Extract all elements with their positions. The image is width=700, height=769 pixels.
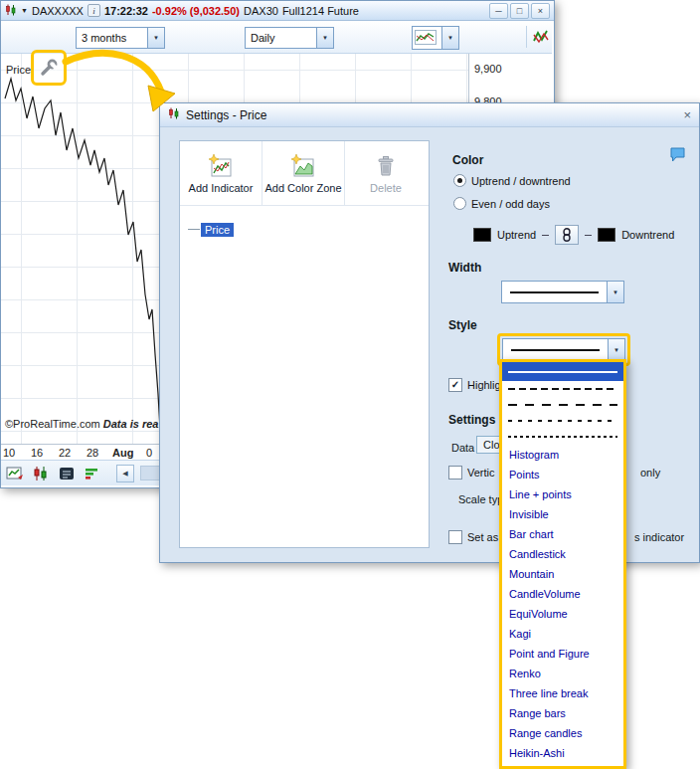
candlestick-icon bbox=[5, 4, 17, 18]
style-select[interactable]: ▼ bbox=[502, 338, 625, 361]
style-option[interactable]: Bar chart bbox=[502, 524, 623, 544]
range-select[interactable]: 3 months ▼ bbox=[76, 27, 165, 49]
x-axis-label: 28 bbox=[87, 447, 98, 459]
close-button[interactable]: × bbox=[531, 3, 550, 19]
contract-label: Full1214 Future bbox=[282, 5, 359, 17]
style-option[interactable]: Three line break bbox=[502, 683, 623, 703]
data-label: Data bbox=[451, 442, 474, 454]
scroll-left-button[interactable]: ◀ bbox=[116, 465, 134, 482]
window-controls: ─ □ × bbox=[489, 3, 550, 19]
settings-heading: Settings bbox=[448, 413, 495, 427]
delete-button[interactable]: Delete bbox=[344, 141, 427, 205]
trend-color-row: Uptrend Downtrend bbox=[473, 225, 674, 245]
indicator-tool-icon[interactable] bbox=[532, 28, 550, 48]
uptrend-color-swatch[interactable] bbox=[473, 228, 491, 242]
ranking-bars-icon[interactable] bbox=[83, 465, 102, 482]
chevron-down-icon[interactable]: ▼ bbox=[607, 282, 623, 302]
vertical-checkbox[interactable] bbox=[448, 466, 462, 480]
price-series-label: Price bbox=[6, 64, 31, 76]
style-option[interactable]: Point and Figure bbox=[502, 644, 623, 664]
style-option[interactable]: Mountain bbox=[502, 564, 623, 584]
set-as-label: Set as bbox=[467, 531, 498, 543]
settings-dialog-titlebar[interactable]: Settings - Price × bbox=[160, 103, 699, 127]
style-line-preview bbox=[511, 349, 600, 351]
chart-toolbar: 3 months ▼ Daily ▼ ▼ bbox=[1, 21, 552, 54]
style-option-line-dash-a[interactable] bbox=[502, 381, 623, 397]
trash-icon bbox=[373, 153, 399, 179]
vertical-label: Vertic bbox=[467, 467, 495, 479]
trading-screen-icon[interactable] bbox=[5, 465, 25, 482]
timeframe-select[interactable]: Daily ▼ bbox=[245, 27, 334, 49]
width-select[interactable]: ▼ bbox=[501, 281, 624, 303]
style-option[interactable]: Range bars bbox=[502, 703, 623, 723]
only-label: only bbox=[640, 467, 660, 479]
maximize-button[interactable]: □ bbox=[510, 3, 529, 19]
indicator-list-panel: Add Indicator Add Color Zone bbox=[179, 140, 430, 548]
symbol-menu-icon[interactable]: ▼ bbox=[21, 7, 28, 14]
chart-type-button[interactable]: ▼ bbox=[412, 26, 459, 50]
timeframe-value: Daily bbox=[246, 32, 316, 44]
radio-label: Even / odd days bbox=[471, 198, 550, 210]
add-indicator-label: Add Indicator bbox=[189, 182, 254, 194]
price-tree: Price bbox=[180, 206, 429, 237]
downtrend-color-swatch[interactable] bbox=[598, 228, 615, 242]
range-value: 3 months bbox=[77, 32, 147, 44]
add-indicator-button[interactable]: Add Indicator bbox=[180, 141, 262, 205]
chevron-down-icon[interactable]: ▼ bbox=[147, 28, 164, 48]
style-option[interactable]: Renko bbox=[502, 664, 623, 683]
chain-link-icon bbox=[562, 228, 572, 242]
vertical-checkbox-row[interactable]: Vertic bbox=[448, 466, 495, 480]
highlight-checkbox-row[interactable]: ✓ Highligh bbox=[448, 378, 507, 392]
style-option[interactable]: Histogram bbox=[502, 445, 623, 465]
style-option[interactable]: Range candles bbox=[502, 723, 623, 743]
radio-button[interactable] bbox=[453, 174, 466, 187]
style-option[interactable]: Kagi bbox=[502, 624, 623, 644]
line-style-preview bbox=[508, 371, 617, 373]
indicator-panel-toolbar: Add Indicator Add Color Zone bbox=[180, 141, 429, 206]
style-option-line-dash-c[interactable] bbox=[502, 413, 623, 429]
style-option-line-dash-d[interactable] bbox=[502, 429, 623, 445]
delete-label: Delete bbox=[370, 182, 402, 194]
style-dropdown: HistogramPointsLine + pointsInvisibleBar… bbox=[499, 359, 626, 769]
style-option[interactable]: Points bbox=[502, 465, 623, 484]
clock-time: 17:22:32 bbox=[104, 5, 148, 17]
style-option[interactable]: Invisible bbox=[502, 504, 623, 524]
style-option[interactable]: CandleVolume bbox=[502, 584, 623, 604]
chevron-down-icon[interactable]: ▼ bbox=[316, 28, 333, 48]
comment-icon[interactable] bbox=[669, 146, 686, 164]
set-as-default-checkbox[interactable] bbox=[448, 530, 462, 544]
style-option[interactable]: Line + points bbox=[502, 484, 623, 504]
radio-label: Uptrend / downtrend bbox=[471, 175, 571, 187]
wrench-icon[interactable] bbox=[39, 58, 59, 78]
x-axis-label: 0 bbox=[146, 447, 152, 459]
width-line-preview bbox=[510, 291, 599, 293]
x-axis-label: 10 bbox=[3, 447, 15, 459]
candlestick-tool-icon[interactable] bbox=[31, 465, 51, 482]
style-option-line-solid[interactable] bbox=[502, 362, 623, 381]
tree-item-price[interactable]: Price bbox=[188, 223, 234, 237]
indicator-suffix-label: s indicator bbox=[634, 531, 684, 543]
set-as-default-row[interactable]: Set as bbox=[448, 530, 498, 544]
chevron-down-icon[interactable]: ▼ bbox=[441, 27, 458, 49]
style-option[interactable]: EquiVolume bbox=[502, 604, 623, 624]
line-style-preview bbox=[508, 420, 617, 422]
radio-button[interactable] bbox=[453, 197, 466, 210]
data-feed-note: Data is rea bbox=[103, 418, 159, 430]
style-option[interactable]: Candlestick bbox=[502, 544, 623, 564]
link-dash bbox=[542, 235, 549, 236]
radio-even-odd-days[interactable]: Even / odd days bbox=[453, 197, 550, 210]
chevron-down-icon[interactable]: ▼ bbox=[608, 339, 624, 360]
add-color-zone-button[interactable]: Add Color Zone bbox=[262, 141, 344, 205]
style-option-line-dash-b[interactable] bbox=[502, 397, 623, 413]
highlight-checkbox[interactable]: ✓ bbox=[448, 378, 462, 392]
radio-uptrend-downtrend[interactable]: Uptrend / downtrend bbox=[453, 174, 571, 187]
add-indicator-icon bbox=[208, 153, 234, 179]
news-icon[interactable] bbox=[57, 465, 77, 482]
chart-window-titlebar[interactable]: ▼ DAXXXXX i 17:22:32 -0.92% (9,032.50) D… bbox=[1, 1, 554, 21]
style-option[interactable]: Heikin-Ashi bbox=[502, 743, 623, 763]
dialog-close-button[interactable]: × bbox=[683, 108, 691, 121]
info-icon[interactable]: i bbox=[88, 4, 100, 17]
annotation-highlight-wrench bbox=[31, 50, 67, 86]
link-colors-button[interactable] bbox=[555, 225, 579, 245]
minimize-button[interactable]: ─ bbox=[489, 3, 508, 19]
